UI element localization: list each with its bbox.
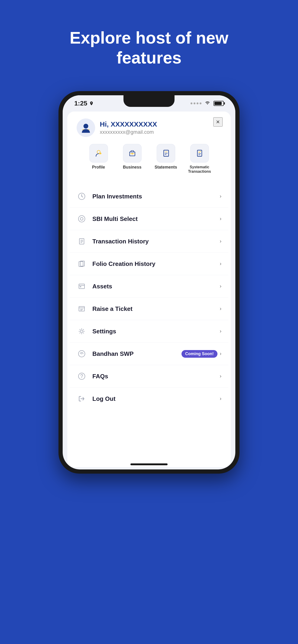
svg-point-17 (80, 218, 83, 220)
signal-dots (191, 102, 201, 104)
svg-rect-5 (131, 150, 133, 152)
home-indicator (130, 464, 168, 465)
menu-header: × Hi, XXXXXXXXXX xxxxxxxxxx@gmail.com (67, 112, 231, 185)
bandhan-swp-label: Bandhan SWP (92, 350, 181, 358)
business-icon (128, 149, 137, 158)
systematic-label: SystematicTransactions (188, 165, 211, 174)
svg-rect-24 (79, 284, 85, 288)
coming-soon-badge: Coming Soon! (181, 350, 217, 358)
chevron-right-icon: › (220, 283, 221, 289)
menu-item-sbi-multi-select[interactable]: SBI Multi Select › (70, 208, 228, 230)
avatar (77, 118, 95, 137)
svg-point-16 (79, 216, 85, 222)
quick-icon-statements[interactable]: Statements (151, 144, 181, 174)
svg-point-29 (81, 353, 82, 354)
quick-icons-row: Profile Business (77, 144, 221, 180)
quick-icon-profile[interactable]: Profile (84, 144, 114, 174)
sbi-multi-icon (77, 214, 87, 224)
chevron-right-icon: › (220, 261, 221, 267)
chevron-right-icon: › (220, 216, 221, 222)
status-icons (191, 100, 224, 107)
transaction-history-icon (77, 236, 87, 246)
menu-item-assets[interactable]: Assets › (70, 275, 228, 298)
chevron-right-icon: › (220, 306, 221, 312)
user-info: Hi, XXXXXXXXXX xxxxxxxxxx@gmail.com (77, 118, 221, 137)
menu-item-log-out[interactable]: Log Out › (70, 388, 228, 410)
chevron-right-icon: › (220, 238, 221, 244)
raise-ticket-icon (77, 304, 87, 314)
avatar-icon (80, 122, 92, 134)
bandhan-swp-icon (77, 349, 87, 359)
svg-rect-25 (80, 286, 81, 287)
chevron-right-icon: › (220, 193, 221, 199)
statements-icon-box (157, 144, 175, 162)
svg-rect-22 (79, 262, 83, 266)
systematic-icon-box (190, 144, 209, 162)
sbi-multi-label: SBI Multi Select (92, 215, 220, 222)
folio-creation-icon (77, 259, 87, 269)
settings-icon (77, 326, 87, 336)
transaction-history-label: Transaction History (92, 238, 220, 245)
business-icon-box (123, 144, 142, 162)
profile-label: Profile (92, 165, 105, 170)
menu-item-folio-creation-history[interactable]: Folio Creation History › (70, 253, 228, 275)
settings-label: Settings (92, 328, 220, 335)
phone-screen: 1:25 (63, 95, 235, 470)
menu-item-transaction-history[interactable]: Transaction History › (70, 230, 228, 253)
svg-point-0 (84, 124, 88, 128)
location-icon (89, 101, 94, 106)
chevron-right-icon: › (220, 328, 221, 334)
svg-point-3 (99, 152, 101, 155)
email-text: xxxxxxxxxx@gmail.com (100, 129, 157, 135)
page-title: Explore host of newfeatures (70, 28, 228, 68)
phone-notch (123, 95, 175, 107)
svg-rect-12 (197, 150, 202, 156)
svg-point-31 (82, 378, 82, 378)
menu-items-list: Plan Investments › SBI Multi Select › (70, 185, 228, 467)
menu-item-faqs[interactable]: FAQs › (70, 365, 228, 388)
menu-container: × Hi, XXXXXXXXXX xxxxxxxxxx@gmail.com (67, 112, 231, 467)
plan-investments-icon (77, 191, 87, 202)
menu-item-raise-ticket[interactable]: Raise a Ticket › (70, 298, 228, 320)
close-button[interactable]: × (213, 117, 223, 126)
phone-mockup: 1:25 (59, 91, 239, 474)
assets-label: Assets (92, 283, 220, 290)
menu-item-settings[interactable]: Settings › (70, 320, 228, 343)
svg-point-27 (81, 330, 83, 332)
statements-icon (162, 149, 170, 158)
statements-label: Statements (155, 165, 177, 170)
chevron-right-icon: › (220, 373, 221, 379)
log-out-label: Log Out (92, 395, 220, 402)
status-time: 1:25 (74, 100, 94, 107)
plan-investments-label: Plan Investments (92, 193, 220, 200)
assets-icon (77, 281, 87, 292)
business-label: Business (123, 165, 141, 170)
quick-icon-systematic[interactable]: SystematicTransactions (184, 144, 214, 174)
faqs-icon (77, 371, 87, 381)
raise-ticket-label: Raise a Ticket (92, 305, 220, 312)
profile-icon-box (89, 144, 108, 162)
chevron-right-icon: › (220, 351, 221, 357)
greeting-text: Hi, XXXXXXXXXX (100, 120, 157, 128)
svg-rect-7 (131, 153, 133, 154)
quick-icon-business[interactable]: Business (117, 144, 147, 174)
log-out-icon (77, 394, 87, 404)
folio-creation-label: Folio Creation History (92, 260, 220, 268)
user-text: Hi, XXXXXXXXXX xxxxxxxxxx@gmail.com (100, 120, 157, 135)
wifi-icon (204, 100, 211, 107)
svg-rect-23 (80, 261, 85, 266)
battery-icon (213, 101, 224, 106)
chevron-right-icon: › (220, 396, 221, 402)
menu-item-bandhan-swp[interactable]: Bandhan SWP Coming Soon! › (70, 343, 228, 365)
systematic-icon (195, 149, 204, 158)
profile-icon (94, 149, 103, 158)
faqs-label: FAQs (92, 373, 220, 380)
menu-item-plan-investments[interactable]: Plan Investments › (70, 185, 228, 208)
